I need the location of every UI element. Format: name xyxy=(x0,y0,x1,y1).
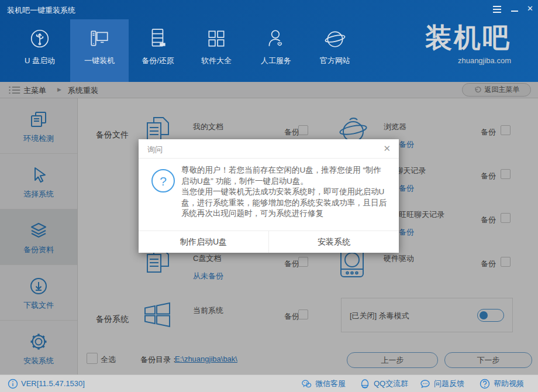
install-system-button[interactable]: 安装系统 xyxy=(269,231,399,253)
dialog-title: 询问 xyxy=(147,145,163,155)
nav-item-software[interactable]: 软件大全 xyxy=(187,19,246,82)
server-icon xyxy=(147,27,169,50)
person-icon xyxy=(265,27,287,50)
dialog-message: 尊敬的用户！若您当前存在空闲的U盘，推荐您使用 “制作启动U盘” 功能，制作一键… xyxy=(181,165,387,219)
menu-icon[interactable] xyxy=(493,5,502,13)
computer-icon xyxy=(88,27,111,50)
nav-item-usb-boot[interactable]: U 盘启动 xyxy=(11,19,69,82)
window-title: 装机吧一键重装系统 xyxy=(7,5,75,16)
globe-icon xyxy=(324,27,346,50)
brand-logo-domain: zhuangjiba.com xyxy=(400,56,511,65)
help-video-link[interactable]: 帮助视频 xyxy=(480,379,524,389)
help-video-label: 帮助视频 xyxy=(494,379,524,389)
brand-logo: 装机吧 zhuangjiba.com xyxy=(400,20,511,65)
wechat-support-link[interactable]: 微信客服 xyxy=(301,379,346,389)
app-window: 装机吧一键重装系统 ✕ U 盘启动 一键装机 xyxy=(0,0,538,392)
nav-label: U 盘启动 xyxy=(11,56,69,66)
feedback-link[interactable]: 问题反馈 xyxy=(420,379,464,389)
header: 装机吧一键重装系统 ✕ U 盘启动 一键装机 xyxy=(0,0,538,82)
nav-label: 一键装机 xyxy=(70,56,129,66)
nav-item-support[interactable]: 人工服务 xyxy=(247,19,305,82)
nav-label: 官方网站 xyxy=(306,56,364,66)
wechat-icon xyxy=(301,379,312,389)
nav-item-official-site[interactable]: 官方网站 xyxy=(306,19,364,82)
brand-logo-text: 装机吧 xyxy=(400,20,511,55)
nav-item-one-key-install[interactable]: 一键装机 xyxy=(70,19,129,82)
version-text: VER[11.5.47.1530] xyxy=(21,379,85,388)
feedback-bubble-icon xyxy=(420,379,430,389)
help-icon xyxy=(480,379,490,389)
close-icon[interactable]: ✕ xyxy=(527,5,533,13)
dialog-close-icon[interactable]: ✕ xyxy=(383,143,391,154)
window-controls: ✕ xyxy=(493,5,533,13)
qq-group-label: QQ交流群 xyxy=(374,379,408,389)
nav-label: 备份/还原 xyxy=(129,56,187,66)
qq-icon xyxy=(360,379,370,389)
dialog-footer: 制作启动U盘 安装系统 xyxy=(139,231,399,253)
qq-group-link[interactable]: QQ交流群 xyxy=(360,379,408,389)
info-icon xyxy=(8,379,18,389)
question-mark-icon: ? xyxy=(151,169,175,192)
feedback-label: 问题反馈 xyxy=(434,379,464,389)
make-boot-usb-button[interactable]: 制作启动U盘 xyxy=(139,231,269,253)
minimize-icon[interactable] xyxy=(511,5,519,13)
dialog-divider xyxy=(139,158,399,159)
inquiry-dialog: 询问 ✕ ? 尊敬的用户！若您当前存在空闲的U盘，推荐您使用 “制作启动U盘” … xyxy=(139,139,399,253)
apps-grid-icon xyxy=(205,27,227,50)
nav-label: 软件大全 xyxy=(187,56,246,66)
wechat-support-label: 微信客服 xyxy=(315,379,346,389)
nav-item-backup-restore[interactable]: 备份/还原 xyxy=(129,19,187,82)
statusbar: VER[11.5.47.1530] 微信客服 QQ交流群 问题反馈 xyxy=(0,374,538,392)
dialog-message-line2: 当您使用一键装机无法成功安装系统时，即可使用此启动U盘，进行系统重装，能够增加您… xyxy=(181,187,387,219)
nav-label: 人工服务 xyxy=(247,56,305,66)
usb-icon xyxy=(29,27,51,50)
dialog-message-line1: 尊敬的用户！若您当前存在空闲的U盘，推荐您使用 “制作启动U盘” 功能，制作一键… xyxy=(181,165,387,187)
